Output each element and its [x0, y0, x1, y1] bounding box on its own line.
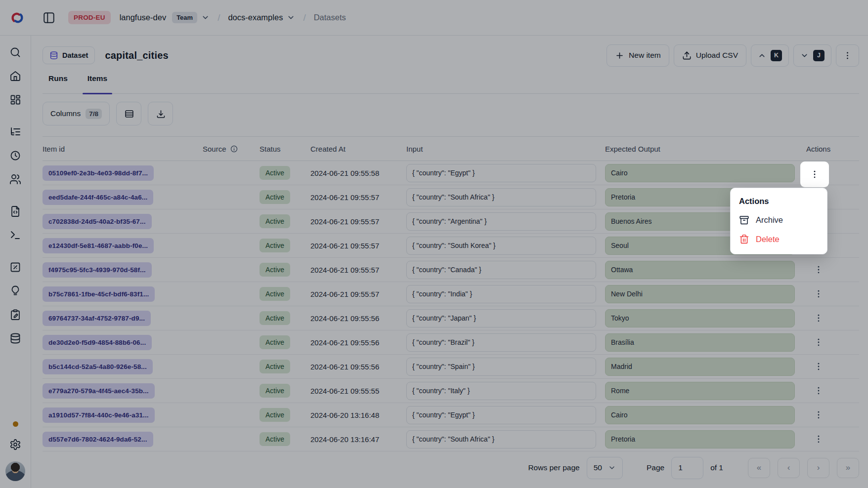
row-actions-menu: Actions Archive Delete: [730, 188, 827, 254]
trash-icon: [739, 234, 749, 244]
menu-item-delete[interactable]: Delete: [731, 230, 827, 249]
row-actions-menu-button-open[interactable]: [800, 162, 829, 187]
langfuse-app: PROD-EU langfuse-dev Team / docs-example…: [0, 0, 868, 488]
more-vertical-icon: [810, 169, 820, 179]
menu-item-archive[interactable]: Archive: [731, 210, 827, 230]
archive-icon: [739, 215, 749, 225]
menu-title: Actions: [731, 192, 827, 210]
